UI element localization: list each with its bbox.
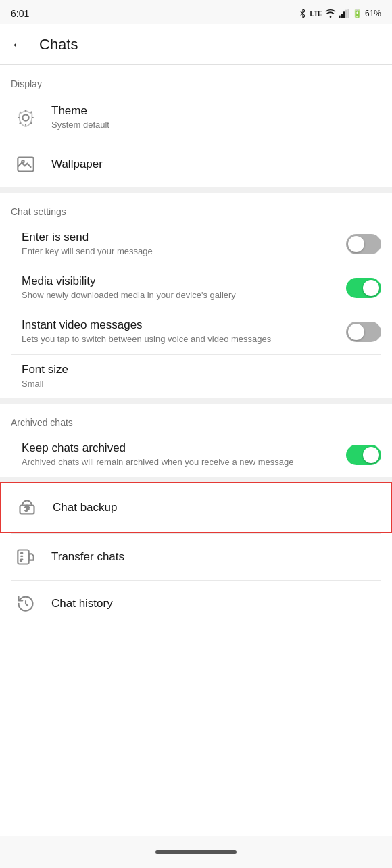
- keep-archived-toggle[interactable]: [346, 445, 381, 465]
- header: ← Chats: [0, 24, 392, 65]
- bluetooth-icon: [298, 9, 308, 18]
- chat-backup-title: Chat backup: [53, 501, 380, 514]
- chat-history-text: Chat history: [51, 597, 381, 610]
- page-title: Chats: [39, 36, 78, 53]
- bottom-nav-bar: [0, 836, 392, 868]
- lte-icon: LTE: [310, 9, 322, 18]
- chat-backup-icon: [12, 493, 42, 523]
- wifi-icon: [325, 9, 336, 18]
- media-visibility-subtitle: Show newly downloaded media in your devi…: [22, 289, 346, 302]
- setting-wallpaper[interactable]: Wallpaper: [0, 141, 392, 187]
- svg-point-7: [22, 160, 24, 163]
- keep-archived-subtitle: Archived chats will remain archived when…: [22, 456, 346, 468]
- section-display-label: Display: [0, 65, 392, 95]
- theme-text: Theme System default: [51, 104, 381, 131]
- instant-video-text: Instant video messages Lets you tap to s…: [22, 318, 346, 345]
- transfer-chats-title: Transfer chats: [51, 550, 381, 564]
- theme-subtitle: System default: [51, 119, 381, 131]
- setting-keep-archived[interactable]: Keep chats archived Archived chats will …: [0, 433, 392, 477]
- wallpaper-text: Wallpaper: [51, 158, 381, 171]
- svg-rect-4: [347, 9, 349, 18]
- svg-point-10: [20, 560, 22, 562]
- font-size-text: Font size Small: [22, 363, 381, 390]
- battery-icon: 🔋: [352, 9, 362, 18]
- svg-rect-9: [18, 550, 28, 564]
- theme-icon: [11, 103, 41, 132]
- font-size-title: Font size: [22, 363, 381, 377]
- chat-backup-text: Chat backup: [53, 501, 380, 514]
- setting-enter-is-send[interactable]: Enter is send Enter key will send your m…: [0, 222, 392, 266]
- chat-history-icon: [11, 589, 41, 619]
- setting-chat-backup[interactable]: Chat backup: [0, 482, 392, 533]
- instant-video-title: Instant video messages: [22, 318, 346, 332]
- section-divider-2: [0, 398, 392, 404]
- status-time: 6:01: [11, 8, 29, 19]
- keep-archived-toggle-thumb: [363, 447, 379, 463]
- enter-is-send-toggle[interactable]: [346, 234, 381, 254]
- setting-transfer-chats[interactable]: Transfer chats: [0, 534, 392, 580]
- setting-media-visibility[interactable]: Media visibility Show newly downloaded m…: [0, 266, 392, 310]
- transfer-chats-icon: [11, 542, 41, 572]
- section-archived-label: Archived chats: [0, 404, 392, 433]
- font-size-subtitle: Small: [22, 378, 381, 390]
- keep-archived-text: Keep chats archived Archived chats will …: [22, 441, 346, 468]
- section-divider-1: [0, 187, 392, 193]
- svg-rect-3: [345, 10, 347, 18]
- setting-instant-video[interactable]: Instant video messages Lets you tap to s…: [0, 310, 392, 354]
- instant-video-toggle[interactable]: [346, 322, 381, 342]
- enter-is-send-text: Enter is send Enter key will send your m…: [22, 231, 346, 258]
- section-divider-3: [0, 477, 392, 482]
- home-indicator: [155, 850, 237, 854]
- status-bar: 6:01 LTE 🔋 61%: [0, 0, 392, 24]
- enter-is-send-title: Enter is send: [22, 231, 346, 244]
- signal-icon: [339, 9, 349, 18]
- transfer-chats-text: Transfer chats: [51, 550, 381, 564]
- bottom-spacer: [0, 627, 392, 681]
- battery-percent: 61%: [365, 9, 381, 18]
- setting-theme[interactable]: Theme System default: [0, 95, 392, 141]
- svg-rect-0: [339, 16, 341, 18]
- wallpaper-title: Wallpaper: [51, 158, 381, 171]
- back-button[interactable]: ←: [11, 36, 26, 53]
- setting-chat-history[interactable]: Chat history: [0, 581, 392, 627]
- setting-font-size[interactable]: Font size Small: [0, 355, 392, 398]
- media-visibility-text: Media visibility Show newly downloaded m…: [22, 274, 346, 302]
- section-chat-settings-label: Chat settings: [0, 193, 392, 222]
- instant-video-subtitle: Lets you tap to switch between using voi…: [22, 333, 346, 345]
- media-visibility-title: Media visibility: [22, 274, 346, 288]
- svg-rect-1: [341, 14, 343, 18]
- media-visibility-toggle[interactable]: [346, 278, 381, 298]
- keep-archived-title: Keep chats archived: [22, 441, 346, 455]
- enter-is-send-subtitle: Enter key will send your message: [22, 245, 346, 258]
- status-icons: LTE 🔋 61%: [298, 9, 382, 18]
- svg-point-5: [22, 114, 28, 120]
- svg-rect-2: [343, 11, 345, 18]
- theme-title: Theme: [51, 104, 381, 118]
- media-visibility-toggle-thumb: [363, 280, 379, 296]
- instant-video-toggle-thumb: [348, 324, 364, 340]
- enter-is-send-toggle-thumb: [348, 236, 364, 252]
- chat-history-title: Chat history: [51, 597, 381, 610]
- wallpaper-icon: [11, 149, 41, 179]
